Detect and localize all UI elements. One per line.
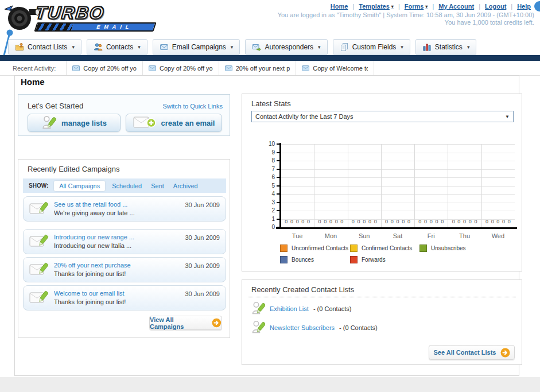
person-pencil-icon bbox=[251, 320, 265, 336]
chart-zero-label: 0 bbox=[306, 219, 311, 224]
person-pencil-icon bbox=[41, 115, 56, 131]
legend-item: Unconfirmed Contacts bbox=[280, 244, 350, 252]
link-templates[interactable]: Templates▾ bbox=[359, 3, 394, 10]
campaign-subtitle: Thanks for joining our list! bbox=[54, 298, 180, 306]
chart-cat-label: Sat bbox=[381, 232, 414, 239]
manage-lists-button[interactable]: manage lists bbox=[28, 114, 121, 132]
caret-down-icon: ▾ bbox=[72, 44, 75, 50]
switch-to-quick-links[interactable]: Switch to Quick Links bbox=[162, 103, 223, 110]
chart-ylabel: 1 bbox=[261, 216, 275, 222]
chart-ylabel: 2 bbox=[261, 207, 275, 214]
chart-zero-label: 0 bbox=[384, 219, 389, 224]
autoresponders-icon bbox=[252, 42, 261, 52]
separator: | bbox=[398, 3, 400, 10]
contact-list-link[interactable]: Newsletter Subscribers bbox=[270, 324, 335, 331]
contact-lists-panel: Recently Created Contact Lists Exhibitio… bbox=[242, 280, 522, 365]
caret-down-icon: ▾ bbox=[138, 44, 141, 50]
campaign-subtitle: Thanks for joining our list! bbox=[54, 270, 180, 278]
link-logout[interactable]: Logout bbox=[485, 3, 506, 10]
envelope-icon bbox=[72, 65, 80, 71]
chart-zero-label: 0 bbox=[401, 219, 406, 224]
chart-zero-label: 0 bbox=[456, 219, 461, 224]
recent-activity-item[interactable]: Copy of 20% off yo bbox=[142, 61, 219, 75]
nav-email-campaigns[interactable]: Email Campaigns▾ bbox=[153, 39, 240, 55]
contact-lists-title: Recently Created Contact Lists bbox=[251, 285, 354, 294]
nav-custom-fields[interactable]: Custom Fields▾ bbox=[333, 39, 410, 55]
chart-zero-label: 0 bbox=[300, 219, 305, 224]
navy-divider-bar bbox=[0, 55, 540, 61]
chart-zero-label: 0 bbox=[351, 219, 356, 224]
link-home[interactable]: Home bbox=[331, 3, 348, 10]
chart-ylabel: 5 bbox=[261, 183, 275, 189]
chart-hgrid bbox=[281, 153, 515, 153]
logo-email-bar: EMAIL bbox=[34, 22, 156, 32]
recent-activity-item[interactable]: Copy of Welcome to bbox=[296, 61, 374, 75]
page-title: Home bbox=[21, 77, 45, 87]
legend-swatch-unsubscribes bbox=[419, 244, 427, 252]
legend-swatch-bounces bbox=[280, 256, 288, 263]
chart-cat-label: Mon bbox=[314, 232, 347, 239]
envelope-icon bbox=[149, 65, 156, 71]
see-all-contact-lists-button[interactable]: See All Contact Lists bbox=[429, 345, 515, 360]
chart-vgrid bbox=[314, 144, 314, 227]
chart-zero-label: 0 bbox=[317, 219, 323, 224]
turbo-email-logo[interactable]: TURBO EMAIL bbox=[3, 1, 155, 32]
chart-ylabel: 8 bbox=[261, 157, 275, 164]
stats-range-select[interactable]: Contact Activity for the Last 7 Days ▼ bbox=[251, 111, 514, 122]
campaign-title-link[interactable]: See us at the retail food ... bbox=[54, 200, 180, 209]
caret-down-icon: ▾ bbox=[467, 44, 470, 50]
link-forms[interactable]: Forms▾ bbox=[405, 3, 428, 10]
link-help[interactable]: Help bbox=[517, 3, 531, 10]
chart-zero-label: 0 bbox=[434, 219, 440, 224]
nav-contacts[interactable]: Contacts▾ bbox=[87, 39, 147, 55]
arrow-circle-icon bbox=[212, 318, 222, 328]
separator: | bbox=[432, 3, 434, 10]
chart-axis-x bbox=[276, 227, 517, 229]
campaign-title-link[interactable]: 20% off your next purchase bbox=[54, 261, 180, 270]
dotted-divider bbox=[248, 297, 516, 297]
envelope-pencil-icon bbox=[29, 234, 49, 250]
recent-activity-item[interactable]: Copy of 20% off yo bbox=[66, 61, 142, 75]
campaign-title-link[interactable]: Welcome to our email list bbox=[54, 289, 180, 298]
credits-status: You have 1,000 total credits left. bbox=[445, 19, 534, 26]
envelope-icon bbox=[225, 65, 232, 71]
caret-down-icon: ▾ bbox=[231, 44, 234, 50]
chart-ylabel: 3 bbox=[261, 199, 275, 205]
caret-down-icon: ▾ bbox=[401, 44, 403, 50]
chart-zero-label: 0 bbox=[362, 219, 367, 224]
nav-statistics[interactable]: Statistics▾ bbox=[415, 39, 477, 55]
legend-item: Bounces bbox=[280, 256, 350, 263]
main-nav: Contact Lists▾ Contacts▾ Email Campaigns… bbox=[8, 39, 476, 55]
campaigns-tab-bar: SHOW: All Campaigns Scheduled Sent Archi… bbox=[23, 178, 226, 193]
chart-zero-label: 0 bbox=[473, 219, 479, 224]
contacts-icon bbox=[94, 42, 103, 52]
chart-vgrid bbox=[448, 144, 448, 227]
tab-all-campaigns[interactable]: All Campaigns bbox=[54, 181, 105, 191]
separator: | bbox=[479, 3, 480, 10]
nav-contact-lists[interactable]: Contact Lists▾ bbox=[8, 39, 81, 55]
chart-ylabel: 4 bbox=[261, 191, 275, 197]
tab-scheduled[interactable]: Scheduled bbox=[112, 183, 142, 189]
custom-fields-icon bbox=[340, 42, 349, 52]
envelope-icon bbox=[302, 65, 309, 71]
tab-archived[interactable]: Archived bbox=[173, 183, 198, 189]
contact-list-row: Newsletter Subscribers - (0 Contacts) bbox=[251, 320, 378, 336]
campaign-title-link[interactable]: Introducing our new range ... bbox=[54, 233, 180, 242]
link-my-account[interactable]: My Account bbox=[438, 3, 474, 10]
nav-autoresponders[interactable]: Autoresponders▾ bbox=[245, 39, 327, 55]
contact-list-link[interactable]: Exhibition List bbox=[270, 305, 309, 312]
envelope-pencil-icon bbox=[29, 262, 49, 278]
chart-hgrid bbox=[281, 161, 515, 161]
recent-activity-item[interactable]: 20% off your next p bbox=[219, 61, 296, 75]
statistics-icon bbox=[422, 42, 432, 52]
chart-zero-label: 0 bbox=[395, 219, 401, 224]
legend-swatch-unconfirmed bbox=[280, 244, 288, 252]
create-email-button[interactable]: create an email bbox=[126, 114, 222, 132]
chart-zero-label: 0 bbox=[440, 219, 445, 224]
tab-sent[interactable]: Sent bbox=[151, 183, 164, 189]
chevron-down-icon: ▼ bbox=[505, 114, 510, 119]
legend-item: Confirmed Contacts bbox=[350, 244, 419, 252]
view-all-campaigns-button[interactable]: View All Campaigns bbox=[149, 316, 222, 330]
chart-hgrid bbox=[281, 144, 515, 145]
campaigns-title: Recently Edited Campaigns bbox=[28, 165, 119, 173]
